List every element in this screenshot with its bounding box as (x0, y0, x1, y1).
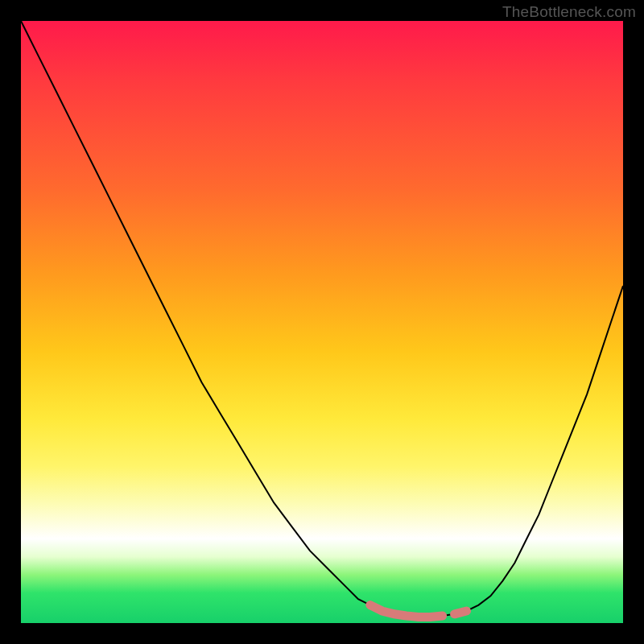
highlight-segment-1 (370, 605, 443, 617)
watermark-text: TheBottleneck.com (502, 3, 636, 21)
curve-svg (21, 21, 623, 623)
highlight-segment-2 (455, 611, 467, 614)
plot-area (21, 21, 623, 623)
bottleneck-curve-path (21, 21, 623, 617)
chart-frame: TheBottleneck.com (0, 0, 644, 644)
